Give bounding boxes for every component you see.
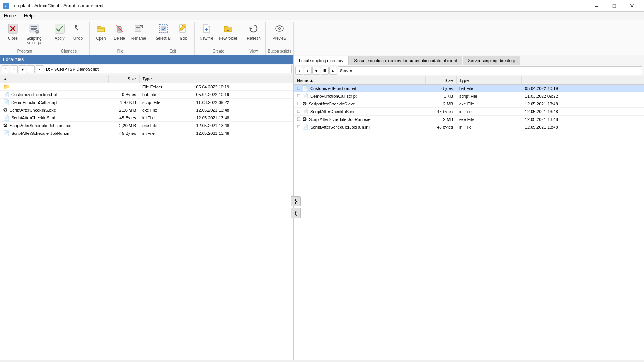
undo-button[interactable]: Undo: [69, 22, 87, 42]
edit-button[interactable]: Edit: [174, 22, 192, 42]
right-file-name-cell: ☐ 📄 DemoFunctionCall.script: [294, 92, 425, 100]
scripting-settings-button[interactable]: Scripting settings: [22, 22, 46, 47]
right-file-row[interactable]: ☐ ⚙ ScriptAfterCheckInS.exe 2 MB exe Fil…: [294, 100, 644, 108]
title-bar-controls: – □ ✕: [588, 0, 641, 12]
open-icon: [95, 23, 106, 36]
maximize-button[interactable]: □: [605, 0, 623, 12]
ribbon-group-changes-buttons: Apply Undo: [51, 22, 87, 47]
close-button[interactable]: Close: [4, 22, 22, 42]
refresh-button[interactable]: Refresh: [245, 22, 263, 42]
left-file-name-cell: 📁 ..: [0, 83, 108, 91]
left-file-type-cell: exe File: [139, 106, 193, 114]
right-breadcrumb-server[interactable]: Server: [340, 68, 352, 73]
breadcrumb-demoscript[interactable]: DemoScript: [77, 67, 99, 71]
list-view-button[interactable]: ☰: [27, 65, 35, 73]
tab-local-scripting[interactable]: Local scripting directory: [294, 56, 349, 65]
file-checkbox: ☐: [297, 109, 301, 114]
new-file-icon: [201, 23, 212, 36]
col-type-header[interactable]: Type: [139, 75, 193, 83]
left-file-row[interactable]: ⚙ ScriptAfterSchedulerJobRun.exe 2,20 Mi…: [0, 122, 293, 129]
left-file-row[interactable]: 📄 DemoFunctionCall.script 1,97 KiB scrip…: [0, 99, 293, 106]
right-file-size-cell: 1 KB: [425, 92, 456, 100]
file-icon: 📄: [3, 130, 9, 136]
right-forward-button[interactable]: ›: [304, 67, 312, 75]
file-name: ..: [11, 85, 14, 89]
right-file-date-cell: 12.05.2021 13:48: [522, 108, 644, 116]
breadcrumb-drive[interactable]: D:: [46, 67, 50, 71]
right-file-date-cell: 11.03.2022 09:22: [522, 92, 644, 100]
new-file-button[interactable]: New file: [197, 22, 216, 42]
open-button[interactable]: Open: [92, 22, 110, 42]
right-col-name-header[interactable]: Name ▲: [294, 76, 425, 85]
transfer-right-button[interactable]: ❯: [291, 196, 301, 206]
left-file-row[interactable]: 📄 ScriptAfterSchedulerJobRun.ini 45 Byte…: [0, 129, 293, 137]
right-file-row[interactable]: ☐ 📄 CustomizedFunction.bat 0 bytes bat F…: [294, 85, 644, 92]
right-col-type-header[interactable]: Type: [456, 76, 522, 85]
right-table-header: Name ▲ Size Type: [294, 76, 644, 85]
left-file-name-cell: 📄 DemoFunctionCall.script: [0, 99, 108, 106]
right-col-date-header[interactable]: [522, 76, 644, 85]
ribbon-group-button-scripts: Preview Button scripts: [266, 22, 294, 55]
delete-button[interactable]: Delete: [111, 22, 128, 42]
file-icon: ⚙: [302, 101, 307, 107]
transfer-left-button[interactable]: ❮: [291, 208, 301, 218]
file-name: ScriptAfterSchedulerJobRun.exe: [10, 123, 72, 128]
right-file-row[interactable]: ☐ ⚙ ScriptAfterSchedulerJobRun.exe 2 MB …: [294, 116, 644, 123]
back-button[interactable]: ‹: [2, 65, 9, 73]
ribbon: Close Scripting settings Program Apply: [0, 20, 644, 55]
right-file-list: Name ▲ Size Type ☐ 📄 CustomizedFunction.…: [294, 76, 644, 360]
right-expand-button[interactable]: ▸: [329, 67, 337, 75]
dropdown-button[interactable]: ▾: [19, 65, 26, 73]
right-dropdown-button[interactable]: ▾: [312, 67, 320, 75]
right-file-row[interactable]: ☐ 📄 ScriptAfterCheckInS.ini 45 bytes ini…: [294, 108, 644, 116]
preview-button[interactable]: Preview: [270, 22, 289, 42]
left-file-size-cell: 2,20 MiB: [108, 122, 139, 129]
ribbon-group-changes: Apply Undo Changes: [48, 22, 90, 55]
minimize-button[interactable]: –: [588, 0, 605, 12]
rename-button[interactable]: Rename: [129, 22, 148, 42]
select-all-button[interactable]: Select all: [153, 22, 174, 42]
forward-button[interactable]: ›: [10, 65, 18, 73]
left-file-type-cell: bat File: [139, 91, 193, 99]
expand-button[interactable]: ▸: [36, 65, 43, 73]
close-button[interactable]: ✕: [623, 0, 641, 12]
col-size-header[interactable]: Size: [108, 75, 139, 83]
apply-button[interactable]: Apply: [51, 22, 68, 42]
file-name: ScriptAfterCheckInS.ini: [310, 109, 354, 114]
col-name-header[interactable]: ▲: [0, 75, 108, 83]
file-name: CustomizedFunction.bat: [310, 86, 356, 91]
col-date-header[interactable]: [193, 75, 293, 83]
menu-home[interactable]: Home: [0, 12, 20, 19]
left-file-row[interactable]: ⚙ ScriptAfterCheckInS.exe 2,16 MiB exe F…: [0, 106, 293, 114]
right-file-name-cell: ☐ 📄 CustomizedFunction.bat: [294, 85, 425, 92]
left-file-size-cell: 2,16 MiB: [108, 106, 139, 114]
right-file-row[interactable]: ☐ 📄 ScriptAfterSchedulerJobRun.ini 45 by…: [294, 123, 644, 131]
right-file-size-cell: 45 bytes: [425, 108, 456, 116]
ribbon-group-create-buttons: New file New folder: [197, 22, 239, 47]
left-file-row[interactable]: 📄 CustomizedFunction.bat 0 Bytes bat Fil…: [0, 91, 293, 99]
apply-label: Apply: [55, 36, 64, 41]
left-breadcrumb: D: ▸ SCRIPTS ▸ DemoScript: [44, 65, 292, 73]
right-tabs: Local scripting directory Server scripti…: [294, 55, 644, 65]
breadcrumb-scripts[interactable]: SCRIPTS: [54, 67, 73, 71]
menu-help[interactable]: Help: [20, 12, 37, 19]
tab-server-auto[interactable]: Server scripting directory for automatic…: [349, 56, 462, 65]
scripting-settings-icon: [29, 23, 39, 36]
right-file-table: Name ▲ Size Type ☐ 📄 CustomizedFunction.…: [294, 76, 644, 131]
left-file-row[interactable]: 📁 .. File Folder 05.04.2022 10:19: [0, 83, 293, 91]
right-back-button[interactable]: ‹: [295, 67, 303, 75]
edit-icon: [178, 23, 189, 36]
right-file-type-cell: script File: [456, 92, 522, 100]
left-file-type-cell: script File: [139, 99, 193, 106]
app-icon: O: [3, 3, 9, 9]
svg-rect-21: [161, 26, 166, 31]
right-list-view-button[interactable]: ☰: [321, 67, 329, 75]
ribbon-group-view-label: View: [245, 48, 263, 53]
file-name: ScriptAfterSchedulerJobRun.ini: [310, 125, 370, 129]
tab-server-scripting[interactable]: Server scripting directory: [463, 56, 520, 65]
right-file-row[interactable]: ☐ 📄 DemoFunctionCall.script 1 KB script …: [294, 92, 644, 100]
right-col-size-header[interactable]: Size: [425, 76, 456, 85]
left-file-row[interactable]: 📄 ScriptAfterCheckInS.ini 45 Bytes ini F…: [0, 114, 293, 122]
new-folder-button[interactable]: New folder: [216, 22, 240, 42]
left-file-size-cell: 45 Bytes: [108, 114, 139, 122]
